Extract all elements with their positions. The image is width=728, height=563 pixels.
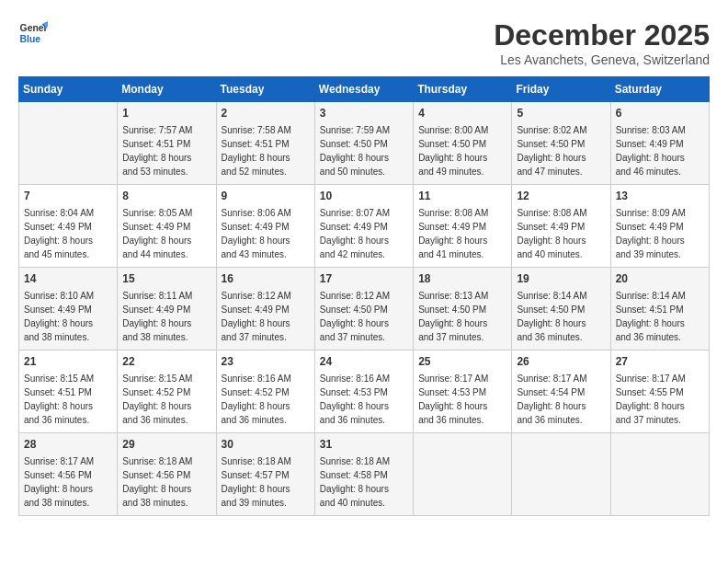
calendar-cell: 1Sunrise: 7:57 AMSunset: 4:51 PMDaylight… [118, 102, 216, 185]
day-info: Sunrise: 8:17 AMSunset: 4:53 PMDaylight:… [418, 372, 506, 427]
page-header: General Blue December 2025 Les Avanchets… [18, 18, 710, 67]
calendar-cell: 30Sunrise: 8:18 AMSunset: 4:57 PMDayligh… [216, 433, 314, 516]
day-number: 21 [24, 354, 112, 370]
day-number: 6 [616, 106, 704, 121]
calendar-cell: 23Sunrise: 8:16 AMSunset: 4:52 PMDayligh… [216, 350, 314, 433]
calendar-cell [414, 433, 512, 516]
calendar-cell: 4Sunrise: 8:00 AMSunset: 4:50 PMDaylight… [414, 102, 512, 185]
day-number: 14 [24, 271, 112, 287]
day-number: 16 [222, 271, 310, 287]
calendar-cell: 6Sunrise: 8:03 AMSunset: 4:49 PMDaylight… [610, 102, 709, 185]
day-info: Sunrise: 8:17 AMSunset: 4:55 PMDaylight:… [616, 372, 704, 427]
day-number: 10 [320, 189, 408, 204]
day-number: 17 [320, 271, 408, 287]
day-info: Sunrise: 8:18 AMSunset: 4:56 PMDaylight:… [122, 454, 210, 510]
day-info: Sunrise: 8:12 AMSunset: 4:50 PMDaylight:… [320, 289, 408, 344]
day-info: Sunrise: 8:07 AMSunset: 4:49 PMDaylight:… [320, 206, 408, 261]
calendar-cell: 2Sunrise: 7:58 AMSunset: 4:51 PMDaylight… [216, 102, 314, 185]
day-number: 25 [418, 354, 506, 370]
day-number: 1 [122, 106, 210, 121]
calendar-cell [512, 433, 610, 516]
calendar-cell: 12Sunrise: 8:08 AMSunset: 4:49 PMDayligh… [512, 185, 610, 268]
calendar-header-row: SundayMondayTuesdayWednesdayThursdayFrid… [19, 77, 710, 102]
calendar-cell: 22Sunrise: 8:15 AMSunset: 4:52 PMDayligh… [118, 350, 216, 433]
calendar-header-saturday: Saturday [610, 77, 709, 102]
day-info: Sunrise: 7:59 AMSunset: 4:50 PMDaylight:… [320, 123, 408, 178]
calendar-header-tuesday: Tuesday [216, 77, 314, 102]
calendar-week-1: 1Sunrise: 7:57 AMSunset: 4:51 PMDaylight… [19, 102, 710, 185]
calendar-cell: 8Sunrise: 8:05 AMSunset: 4:49 PMDaylight… [118, 185, 216, 268]
day-info: Sunrise: 8:14 AMSunset: 4:50 PMDaylight:… [517, 289, 605, 344]
day-info: Sunrise: 8:09 AMSunset: 4:49 PMDaylight:… [616, 206, 704, 261]
calendar-week-4: 21Sunrise: 8:15 AMSunset: 4:51 PMDayligh… [19, 350, 710, 433]
calendar-cell [610, 433, 709, 516]
day-info: Sunrise: 8:17 AMSunset: 4:56 PMDaylight:… [24, 454, 112, 510]
calendar-cell: 16Sunrise: 8:12 AMSunset: 4:49 PMDayligh… [216, 268, 314, 350]
calendar-cell: 17Sunrise: 8:12 AMSunset: 4:50 PMDayligh… [314, 268, 413, 350]
calendar-cell: 20Sunrise: 8:14 AMSunset: 4:51 PMDayligh… [610, 268, 709, 350]
calendar-cell: 5Sunrise: 8:02 AMSunset: 4:50 PMDaylight… [512, 102, 610, 185]
day-number: 26 [517, 354, 605, 370]
day-info: Sunrise: 7:57 AMSunset: 4:51 PMDaylight:… [122, 123, 210, 178]
calendar-cell: 13Sunrise: 8:09 AMSunset: 4:49 PMDayligh… [610, 185, 709, 268]
calendar-cell: 25Sunrise: 8:17 AMSunset: 4:53 PMDayligh… [414, 350, 512, 433]
day-number: 7 [24, 189, 112, 204]
day-info: Sunrise: 8:08 AMSunset: 4:49 PMDaylight:… [418, 206, 506, 261]
calendar-cell: 14Sunrise: 8:10 AMSunset: 4:49 PMDayligh… [19, 268, 118, 350]
day-number: 19 [517, 271, 605, 287]
calendar-cell: 3Sunrise: 7:59 AMSunset: 4:50 PMDaylight… [314, 102, 413, 185]
day-number: 9 [222, 189, 310, 204]
day-info: Sunrise: 8:13 AMSunset: 4:50 PMDaylight:… [418, 289, 506, 344]
logo: General Blue [18, 18, 51, 48]
day-info: Sunrise: 8:17 AMSunset: 4:54 PMDaylight:… [517, 372, 605, 427]
day-number: 29 [122, 437, 210, 453]
day-number: 24 [320, 354, 408, 370]
calendar-cell: 24Sunrise: 8:16 AMSunset: 4:53 PMDayligh… [314, 350, 413, 433]
svg-text:Blue: Blue [20, 34, 41, 44]
day-number: 11 [418, 189, 506, 204]
day-info: Sunrise: 8:00 AMSunset: 4:50 PMDaylight:… [418, 123, 506, 178]
day-info: Sunrise: 8:02 AMSunset: 4:50 PMDaylight:… [517, 123, 605, 178]
calendar-cell: 11Sunrise: 8:08 AMSunset: 4:49 PMDayligh… [414, 185, 512, 268]
day-info: Sunrise: 8:04 AMSunset: 4:49 PMDaylight:… [24, 206, 112, 261]
day-info: Sunrise: 8:05 AMSunset: 4:49 PMDaylight:… [122, 206, 210, 261]
calendar-cell: 18Sunrise: 8:13 AMSunset: 4:50 PMDayligh… [414, 268, 512, 350]
calendar-cell: 29Sunrise: 8:18 AMSunset: 4:56 PMDayligh… [118, 433, 216, 516]
day-number: 15 [122, 271, 210, 287]
day-number: 31 [320, 437, 408, 453]
day-info: Sunrise: 8:18 AMSunset: 4:57 PMDaylight:… [222, 454, 310, 510]
day-info: Sunrise: 8:08 AMSunset: 4:49 PMDaylight:… [517, 206, 605, 261]
calendar-header-thursday: Thursday [414, 77, 512, 102]
calendar-cell: 28Sunrise: 8:17 AMSunset: 4:56 PMDayligh… [19, 433, 118, 516]
day-number: 2 [222, 106, 310, 121]
calendar-cell [19, 102, 118, 185]
day-number: 27 [616, 354, 704, 370]
day-info: Sunrise: 8:18 AMSunset: 4:58 PMDaylight:… [320, 454, 408, 510]
day-number: 23 [222, 354, 310, 370]
calendar-cell: 10Sunrise: 8:07 AMSunset: 4:49 PMDayligh… [314, 185, 413, 268]
calendar-cell: 15Sunrise: 8:11 AMSunset: 4:49 PMDayligh… [118, 268, 216, 350]
day-number: 30 [222, 437, 310, 453]
calendar-week-3: 14Sunrise: 8:10 AMSunset: 4:49 PMDayligh… [19, 268, 710, 350]
day-info: Sunrise: 8:16 AMSunset: 4:53 PMDaylight:… [320, 372, 408, 427]
day-info: Sunrise: 8:06 AMSunset: 4:49 PMDaylight:… [222, 206, 310, 261]
day-info: Sunrise: 8:15 AMSunset: 4:51 PMDaylight:… [24, 372, 112, 427]
location-subtitle: Les Avanchets, Geneva, Switzerland [494, 52, 710, 67]
day-number: 13 [616, 189, 704, 204]
calendar-header-wednesday: Wednesday [314, 77, 413, 102]
calendar-cell: 7Sunrise: 8:04 AMSunset: 4:49 PMDaylight… [19, 185, 118, 268]
day-info: Sunrise: 8:16 AMSunset: 4:52 PMDaylight:… [222, 372, 310, 427]
day-number: 5 [517, 106, 605, 121]
day-number: 8 [122, 189, 210, 204]
calendar-header-monday: Monday [118, 77, 216, 102]
logo-icon: General Blue [18, 18, 48, 48]
day-number: 28 [24, 437, 112, 453]
day-number: 20 [616, 271, 704, 287]
month-title: December 2025 [494, 18, 710, 52]
calendar-week-2: 7Sunrise: 8:04 AMSunset: 4:49 PMDaylight… [19, 185, 710, 268]
calendar-cell: 31Sunrise: 8:18 AMSunset: 4:58 PMDayligh… [314, 433, 413, 516]
calendar-cell: 27Sunrise: 8:17 AMSunset: 4:55 PMDayligh… [610, 350, 709, 433]
calendar-header-friday: Friday [512, 77, 610, 102]
calendar-cell: 19Sunrise: 8:14 AMSunset: 4:50 PMDayligh… [512, 268, 610, 350]
day-info: Sunrise: 8:03 AMSunset: 4:49 PMDaylight:… [616, 123, 704, 178]
